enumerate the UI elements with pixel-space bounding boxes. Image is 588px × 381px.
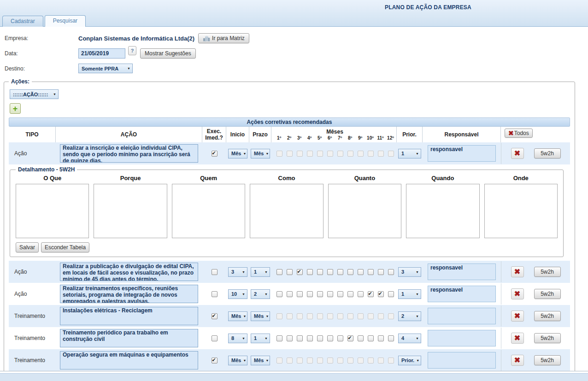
mostrar-sugestoes-button[interactable]: Mostrar Sugestões [140, 48, 196, 59]
w5-textarea[interactable] [484, 184, 558, 238]
month-12-checkbox[interactable] [388, 335, 394, 341]
prazo-select[interactable]: 2▼ [251, 289, 270, 299]
open-5w2h-button[interactable]: 5w2h [534, 289, 561, 299]
responsavel-textarea[interactable] [428, 286, 496, 302]
month-7-checkbox[interactable] [337, 335, 343, 341]
w5-textarea[interactable] [172, 184, 245, 238]
month-1-checkbox[interactable] [276, 269, 282, 275]
open-5w2h-button[interactable]: 5w2h [534, 148, 561, 158]
prazo-select[interactable]: Mês▼ [251, 149, 270, 158]
prazo-select[interactable]: Mês▼ [251, 356, 270, 365]
month-9-checkbox[interactable] [358, 291, 364, 297]
responsavel-textarea[interactable] [428, 145, 496, 162]
month-6-checkbox[interactable] [327, 269, 333, 275]
exec-imed-checkbox[interactable] [212, 291, 218, 297]
prior-select[interactable]: Prior.▼ [398, 356, 421, 365]
month-7-checkbox[interactable] [337, 291, 343, 297]
prior-select[interactable]: 3▼ [398, 267, 421, 277]
delete-row-button[interactable]: ✖ [511, 311, 524, 322]
acao-textarea[interactable] [60, 351, 198, 369]
delete-all-button[interactable]: ✖ Todos [505, 129, 533, 138]
inicio-select[interactable]: Mês▼ [228, 149, 247, 158]
delete-row-button[interactable]: ✖ [511, 266, 524, 277]
month-11-checkbox[interactable] [378, 291, 384, 297]
acao-textarea[interactable] [60, 144, 198, 163]
tab-pesquisar[interactable]: Pesquisar [45, 15, 86, 27]
esconder-tabela-button[interactable]: Esconder Tabela [41, 242, 89, 252]
month-3-checkbox[interactable] [297, 269, 303, 275]
w5-textarea[interactable] [250, 184, 323, 238]
open-5w2h-button[interactable]: 5w2h [534, 267, 561, 277]
month-6-checkbox[interactable] [327, 291, 333, 297]
salvar-button[interactable]: Salvar [16, 242, 39, 252]
responsavel-textarea[interactable] [428, 308, 496, 324]
w5-textarea[interactable] [406, 184, 479, 238]
acao-textarea[interactable] [60, 307, 198, 325]
responsavel-textarea[interactable] [428, 264, 496, 280]
month-11-checkbox[interactable] [378, 335, 384, 341]
delete-row-button[interactable]: ✖ [511, 333, 524, 344]
exec-imed-checkbox[interactable] [212, 151, 218, 157]
month-9-checkbox[interactable] [358, 335, 364, 341]
month-4-checkbox[interactable] [307, 291, 313, 297]
open-5w2h-button[interactable]: 5w2h [534, 333, 561, 343]
month-3-checkbox[interactable] [297, 335, 303, 341]
month-7-checkbox[interactable] [337, 269, 343, 275]
prior-select[interactable]: 4▼ [398, 334, 421, 343]
tab-cadastrar[interactable]: Cadastrar [2, 16, 43, 27]
month-8-checkbox[interactable] [347, 335, 353, 341]
month-1-checkbox[interactable] [276, 335, 282, 341]
exec-imed-checkbox[interactable] [212, 269, 218, 275]
add-action-button[interactable]: + [10, 103, 21, 114]
month-4-checkbox[interactable] [307, 335, 313, 341]
month-3-checkbox[interactable] [297, 291, 303, 297]
responsavel-textarea[interactable] [428, 352, 496, 369]
w5-textarea[interactable] [94, 184, 167, 238]
month-5-checkbox[interactable] [317, 269, 323, 275]
acao-textarea[interactable] [60, 285, 198, 303]
month-10-checkbox[interactable] [368, 291, 374, 297]
prazo-select[interactable]: 1▼ [251, 334, 270, 343]
acao-select[interactable]: ::::::AÇÃO:::::: ▼ [10, 89, 59, 99]
open-5w2h-button[interactable]: 5w2h [534, 355, 561, 365]
exec-imed-checkbox[interactable] [212, 335, 218, 341]
month-5-checkbox[interactable] [317, 335, 323, 341]
month-1-checkbox[interactable] [276, 291, 282, 297]
acao-textarea[interactable] [60, 263, 198, 281]
prior-select[interactable]: 2▼ [398, 311, 421, 321]
exec-imed-checkbox[interactable] [212, 358, 218, 363]
delete-row-button[interactable]: ✖ [511, 288, 524, 299]
prazo-select[interactable]: Mês▼ [251, 311, 270, 321]
help-button[interactable]: ? [128, 46, 136, 55]
month-5-checkbox[interactable] [317, 291, 323, 297]
month-9-checkbox[interactable] [358, 269, 364, 275]
month-11-checkbox[interactable] [378, 269, 384, 275]
month-10-checkbox[interactable] [368, 269, 374, 275]
open-5w2h-button[interactable]: 5w2h [534, 311, 561, 321]
month-6-checkbox[interactable] [327, 335, 333, 341]
exec-imed-checkbox[interactable] [212, 313, 218, 319]
month-12-checkbox[interactable] [388, 269, 394, 275]
month-2-checkbox[interactable] [287, 291, 293, 297]
month-8-checkbox[interactable] [347, 269, 353, 275]
ir-para-matriz-button[interactable]: Ir para Matriz [198, 33, 249, 43]
inicio-select[interactable]: 10▼ [228, 289, 247, 299]
inicio-select[interactable]: 8▼ [228, 334, 247, 343]
prazo-select[interactable]: 1▼ [251, 267, 270, 277]
delete-row-button[interactable]: ✖ [511, 148, 524, 159]
month-12-checkbox[interactable] [388, 291, 394, 297]
month-4-checkbox[interactable] [307, 269, 313, 275]
w5-textarea[interactable] [16, 184, 89, 238]
inicio-select[interactable]: Mês▼ [228, 311, 247, 321]
date-input[interactable] [78, 48, 125, 59]
month-8-checkbox[interactable] [347, 291, 353, 297]
inicio-select[interactable]: Mês▼ [228, 356, 247, 365]
month-2-checkbox[interactable] [287, 269, 293, 275]
inicio-select[interactable]: 3▼ [228, 267, 247, 277]
delete-row-button[interactable]: ✖ [511, 355, 524, 366]
acao-textarea[interactable] [60, 329, 198, 347]
destino-select[interactable]: Somente PPRA ▼ [78, 64, 133, 73]
month-2-checkbox[interactable] [287, 335, 293, 341]
prior-select[interactable]: 1▼ [398, 149, 421, 158]
w5-textarea[interactable] [328, 184, 401, 238]
